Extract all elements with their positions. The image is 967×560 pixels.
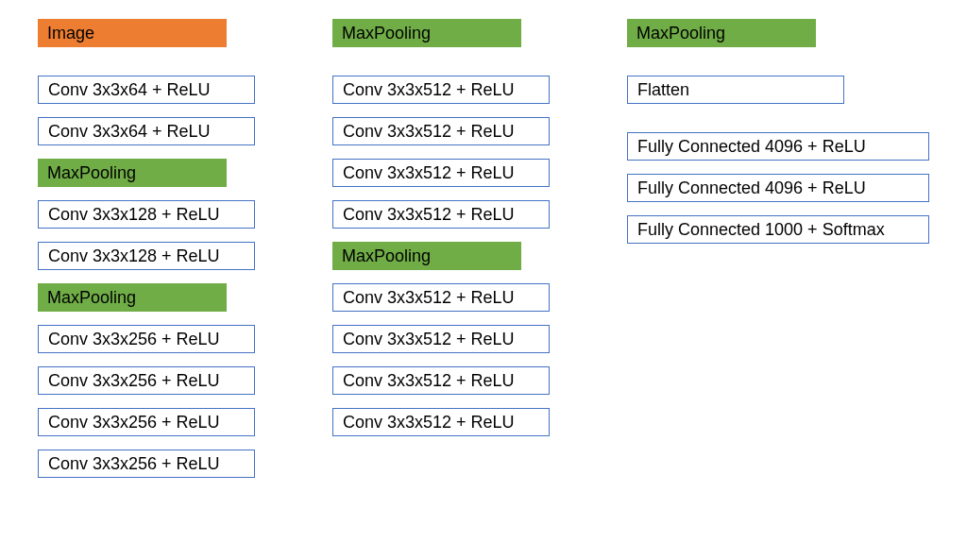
conv-block: Conv 3x3x512 + ReLU xyxy=(332,325,550,353)
conv-block: Conv 3x3x256 + ReLU xyxy=(38,325,255,353)
column-3: MaxPooling Flatten Fully Connected 4096 … xyxy=(627,19,929,478)
column-1: Image Conv 3x3x64 + ReLU Conv 3x3x64 + R… xyxy=(38,19,276,478)
maxpool-block: MaxPooling xyxy=(38,159,227,187)
conv-block: Conv 3x3x64 + ReLU xyxy=(38,76,255,104)
conv-block: Conv 3x3x512 + ReLU xyxy=(332,117,550,145)
conv-block: Conv 3x3x256 + ReLU xyxy=(38,366,255,395)
maxpool-block: MaxPooling xyxy=(38,283,227,312)
column-2: MaxPooling Conv 3x3x512 + ReLU Conv 3x3x… xyxy=(332,19,570,478)
fully-connected-block: Fully Connected 4096 + ReLU xyxy=(627,132,929,161)
conv-block: Conv 3x3x512 + ReLU xyxy=(332,76,550,104)
maxpool-block: MaxPooling xyxy=(332,242,521,270)
diagram-container: Image Conv 3x3x64 + ReLU Conv 3x3x64 + R… xyxy=(38,19,929,478)
flatten-block: Flatten xyxy=(627,76,844,104)
conv-block: Conv 3x3x512 + ReLU xyxy=(332,283,550,312)
conv-block: Conv 3x3x256 + ReLU xyxy=(38,450,255,478)
conv-block: Conv 3x3x512 + ReLU xyxy=(332,200,550,229)
fully-connected-block: Fully Connected 1000 + Softmax xyxy=(627,215,929,244)
maxpool-block: MaxPooling xyxy=(627,19,816,47)
image-input-block: Image xyxy=(38,19,227,47)
fully-connected-block: Fully Connected 4096 + ReLU xyxy=(627,174,929,202)
conv-block: Conv 3x3x256 + ReLU xyxy=(38,408,255,436)
conv-block: Conv 3x3x64 + ReLU xyxy=(38,117,255,145)
conv-block: Conv 3x3x512 + ReLU xyxy=(332,159,550,187)
maxpool-block: MaxPooling xyxy=(332,19,521,47)
conv-block: Conv 3x3x512 + ReLU xyxy=(332,366,550,395)
conv-block: Conv 3x3x128 + ReLU xyxy=(38,242,255,270)
conv-block: Conv 3x3x128 + ReLU xyxy=(38,200,255,229)
conv-block: Conv 3x3x512 + ReLU xyxy=(332,408,550,436)
